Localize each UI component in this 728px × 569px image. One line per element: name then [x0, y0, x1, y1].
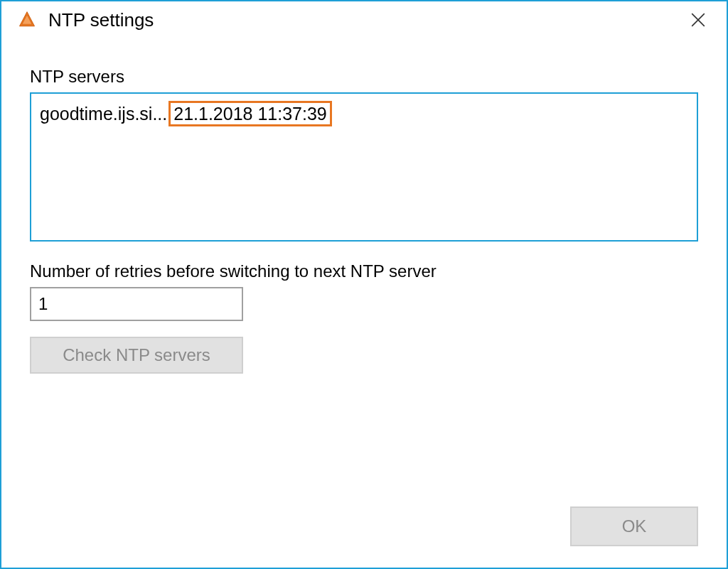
window-title: NTP settings — [48, 9, 681, 31]
content-area: NTP servers goodtime.ijs.si... 21.1.2018… — [1, 38, 727, 568]
retries-label: Number of retries before switching to ne… — [30, 261, 698, 281]
titlebar: NTP settings — [1, 1, 727, 38]
close-button[interactable] — [681, 3, 715, 37]
check-ntp-button[interactable]: Check NTP servers — [30, 337, 243, 374]
server-timestamp: 21.1.2018 11:37:39 — [168, 101, 331, 126]
close-icon — [690, 12, 706, 28]
app-icon — [17, 10, 37, 30]
ntp-servers-list[interactable]: goodtime.ijs.si... 21.1.2018 11:37:39 — [30, 92, 698, 242]
list-item[interactable]: goodtime.ijs.si... 21.1.2018 11:37:39 — [40, 101, 688, 126]
server-name: goodtime.ijs.si... — [40, 102, 167, 126]
ntp-settings-window: NTP settings NTP servers goodtime.ijs.si… — [0, 0, 728, 569]
ok-button[interactable]: OK — [570, 506, 698, 546]
ntp-servers-label: NTP servers — [30, 67, 698, 87]
retries-input[interactable] — [30, 287, 243, 321]
